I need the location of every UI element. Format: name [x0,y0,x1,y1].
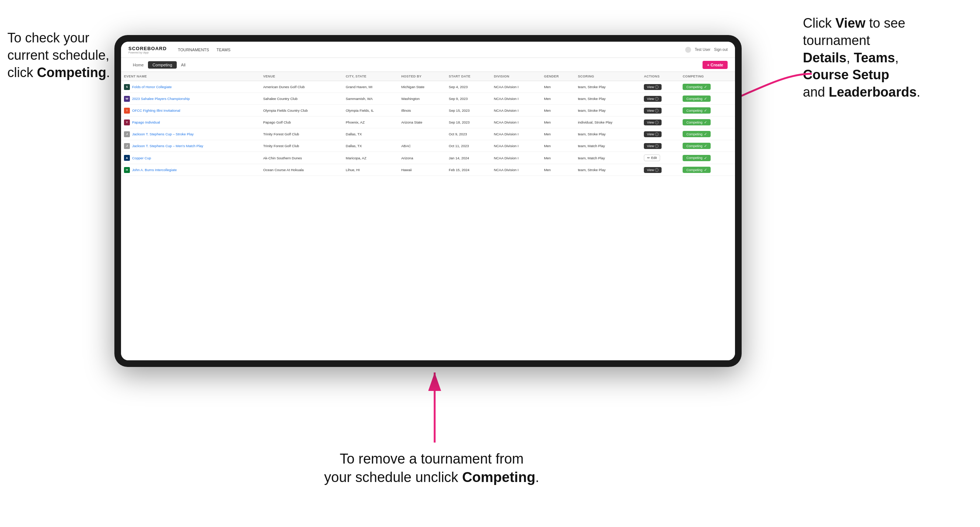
tab-all[interactable]: All [177,61,190,68]
venue-cell: Ak-Chin Southern Dunes [260,152,343,164]
view-button[interactable]: View i [644,143,662,149]
event-name-cell-4: J Jackson T. Stephens Cup – Stroke Play [121,129,260,140]
event-link[interactable]: Folds of Honor Collegiate [132,85,172,89]
info-icon: i [655,144,659,148]
event-link[interactable]: Jackson T. Stephens Cup – Men's Match Pl… [132,144,203,148]
event-link[interactable]: OFCC Fighting Illini Invitational [132,108,180,113]
info-icon: i [655,132,659,136]
division-cell: NCAA Division I [491,152,541,164]
actions-cell: View i [641,129,680,140]
view-button[interactable]: View i [644,119,662,125]
division-cell: NCAA Division I [491,116,541,129]
gender-cell: Men [541,129,575,140]
annotation-right: Click View to see tournament Details, Te… [803,15,958,101]
tournaments-table: EVENT NAME VENUE CITY, STATE HOSTED BY S… [121,72,735,176]
event-link[interactable]: Papago Individual [132,120,160,124]
competing-cell: Competing ✓ [680,140,735,152]
tab-home[interactable]: Home [129,61,148,68]
event-link[interactable]: 2023 Sahalee Players Championship [132,97,190,101]
info-icon: i [655,121,659,124]
tab-competing[interactable]: Competing [148,61,177,68]
scoring-cell: team, Stroke Play [575,129,641,140]
check-icon: ✓ [704,132,707,136]
start-date-cell: Sep 15, 2023 [446,105,491,116]
start-date-cell: Jan 14, 2024 [446,152,491,164]
info-icon: i [655,85,659,89]
gender-cell: Men [541,105,575,116]
event-name-cell-2: I OFCC Fighting Illini Invitational [121,105,260,116]
event-link[interactable]: John A. Burns Intercollegiate [132,168,177,172]
competing-button[interactable]: Competing ✓ [682,143,711,149]
hosted-cell: Illinois [398,105,446,116]
team-logo: I [124,108,130,114]
create-button[interactable]: + Create [703,61,728,69]
team-logo: S [124,84,130,90]
competing-cell: Competing ✓ [680,93,735,105]
view-button[interactable]: View i [644,108,662,114]
event-name-cell-7: H John A. Burns Intercollegiate [121,164,260,176]
competing-cell: Competing ✓ [680,81,735,93]
competing-button[interactable]: Competing ✓ [682,167,711,173]
team-logo: J [124,143,130,149]
competing-cell: Competing ✓ [680,129,735,140]
scoring-cell: individual, Stroke Play [575,116,641,129]
check-icon: ✓ [704,156,707,160]
start-date-cell: Oct 9, 2023 [446,129,491,140]
nav-tournaments[interactable]: TOURNAMENTS [178,48,209,52]
team-logo: Y [124,119,130,125]
venue-cell: Sahalee Country Club [260,93,343,105]
nav-teams[interactable]: TEAMS [216,48,231,52]
start-date-cell: Sep 9, 2023 [446,93,491,105]
city-cell: Grand Haven, MI [343,81,398,93]
start-date-cell: Oct 11, 2023 [446,140,491,152]
col-event-name: EVENT NAME [121,72,260,81]
hosted-cell: Arizona State [398,116,446,129]
logo-subtitle: Powered by clippi [129,51,167,54]
competing-cell: Competing ✓ [680,116,735,129]
sign-out-link[interactable]: Sign out [714,48,728,52]
check-icon: ✓ [704,108,707,113]
event-link[interactable]: Copper Cup [132,156,151,160]
venue-cell: Trinity Forest Golf Club [260,129,343,140]
event-link[interactable]: Jackson T. Stephens Cup – Stroke Play [132,132,194,136]
start-date-cell: Feb 15, 2024 [446,164,491,176]
competing-button[interactable]: Competing ✓ [682,84,711,90]
header-right: Test User Sign out [685,47,728,53]
gender-cell: Men [541,93,575,105]
annotation-left: To check your current schedule, click Co… [7,30,133,81]
competing-button[interactable]: Competing ✓ [682,155,711,161]
app-logo: SCOREBOARD [129,46,167,51]
view-button[interactable]: View i [644,96,662,102]
info-icon: i [655,97,659,101]
table-row: W 2023 Sahalee Players Championship Saha… [121,93,735,105]
table-row: Y Papago Individual Papago Golf ClubPhoe… [121,116,735,129]
check-icon: ✓ [704,85,707,89]
start-date-cell: Sep 4, 2023 [446,81,491,93]
edit-button[interactable]: ✏ Edit [644,154,660,161]
info-icon: i [655,109,659,113]
hosted-cell: Arizona [398,152,446,164]
actions-cell: View i [641,116,680,129]
col-competing: COMPETING [680,72,735,81]
scoring-cell: team, Stroke Play [575,81,641,93]
scoring-cell: team, Stroke Play [575,105,641,116]
competing-button[interactable]: Competing ✓ [682,131,711,137]
view-button[interactable]: View i [644,84,662,90]
table-area: EVENT NAME VENUE CITY, STATE HOSTED BY S… [121,72,735,360]
competing-button[interactable]: Competing ✓ [682,95,711,102]
check-icon: ✓ [704,97,707,101]
division-cell: NCAA Division I [491,140,541,152]
view-button[interactable]: View i [644,131,662,137]
col-hosted: HOSTED BY [398,72,446,81]
col-start: START DATE [446,72,491,81]
competing-cell: Competing ✓ [680,152,735,164]
competing-button[interactable]: Competing ✓ [682,107,711,114]
city-cell: Lihue, HI [343,164,398,176]
view-button[interactable]: View i [644,167,662,173]
actions-cell: View i [641,105,680,116]
col-gender: GENDER [541,72,575,81]
scoring-cell: team, Stroke Play [575,93,641,105]
competing-button[interactable]: Competing ✓ [682,119,711,125]
actions-cell: View i [641,93,680,105]
hosted-cell: ABAC [398,140,446,152]
